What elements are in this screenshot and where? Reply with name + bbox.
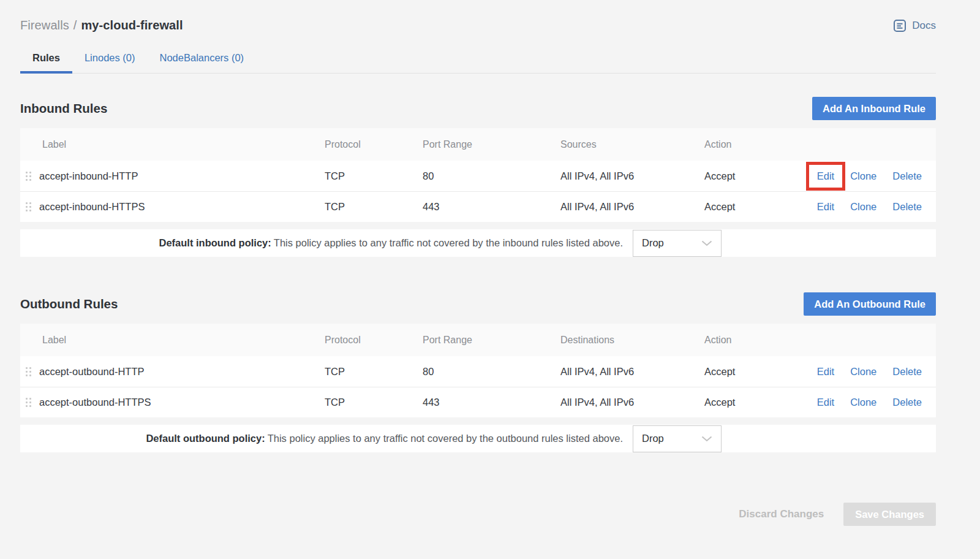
rule-action: Accept [704, 397, 784, 408]
page-title: my-cloud-firewall [81, 18, 183, 32]
column-header-action: Action [704, 139, 784, 150]
chevron-down-icon [701, 240, 712, 246]
annotation-highlight-box: Edit [806, 162, 845, 191]
inbound-policy-description: This policy applies to any traffic not c… [274, 237, 623, 248]
page-container: Firewalls/my-cloud-firewall Docs Rules L… [0, 0, 980, 526]
column-header-destinations: Destinations [560, 335, 704, 346]
inbound-table-header: Label Protocol Port Range Sources Action [20, 128, 936, 161]
rule-protocol: TCP [325, 201, 423, 213]
chevron-down-icon [701, 436, 712, 442]
column-header-action: Action [704, 335, 784, 346]
column-header-protocol: Protocol [325, 139, 423, 150]
inbound-rules-heading: Inbound Rules [20, 101, 107, 116]
inbound-default-policy-row: Default inbound policy:This policy appli… [20, 229, 936, 257]
table-row: accept-outbound-HTTP TCP 80 All IPv4, Al… [20, 356, 936, 387]
edit-link[interactable]: Edit [817, 201, 834, 213]
rule-label: accept-inbound-HTTP [39, 170, 138, 182]
clone-link[interactable]: Clone [850, 201, 876, 213]
rule-addresses: All IPv4, All IPv6 [560, 201, 704, 213]
delete-link[interactable]: Delete [892, 170, 922, 182]
delete-link[interactable]: Delete [892, 397, 922, 408]
column-header-port-range: Port Range [423, 335, 560, 346]
outbound-rules-heading: Outbound Rules [20, 297, 118, 311]
footer-actions: Discard Changes Save Changes [20, 503, 936, 526]
delete-link[interactable]: Delete [892, 201, 922, 213]
document-icon [893, 19, 907, 32]
column-header-port-range: Port Range [423, 139, 560, 150]
inbound-policy-label: Default inbound policy: [159, 237, 271, 248]
rule-protocol: TCP [325, 397, 423, 408]
rule-addresses: All IPv4, All IPv6 [560, 397, 704, 408]
edit-link[interactable]: Edit [817, 397, 834, 408]
outbound-policy-text: Default outbound policy:This policy appl… [146, 433, 623, 444]
inbound-policy-select[interactable]: Drop [633, 230, 722, 257]
rule-port-range: 80 [423, 366, 560, 378]
rule-action: Accept [704, 201, 784, 213]
column-header-label: Label [20, 139, 325, 150]
column-header-sources: Sources [560, 139, 704, 150]
delete-link[interactable]: Delete [892, 366, 922, 378]
rule-label: accept-outbound-HTTPS [39, 397, 151, 408]
edit-link[interactable]: Edit [817, 170, 834, 182]
add-inbound-rule-button[interactable]: Add An Inbound Rule [812, 97, 936, 120]
outbound-policy-selected-value: Drop [642, 433, 664, 444]
drag-handle-icon[interactable] [26, 202, 31, 211]
outbound-default-policy-row: Default outbound policy:This policy appl… [20, 425, 936, 452]
docs-label: Docs [912, 20, 936, 32]
breadcrumb-root[interactable]: Firewalls [20, 18, 69, 32]
rule-action: Accept [704, 170, 784, 182]
rule-label: accept-outbound-HTTP [39, 366, 145, 378]
outbound-policy-label: Default outbound policy: [146, 433, 265, 444]
table-row: accept-inbound-HTTP TCP 80 All IPv4, All… [20, 161, 936, 191]
outbound-section-header: Outbound Rules Add An Outbound Rule [20, 292, 936, 316]
inbound-rules-table: Label Protocol Port Range Sources Action… [20, 128, 936, 222]
docs-link[interactable]: Docs [893, 19, 936, 32]
breadcrumb-separator: / [74, 18, 77, 32]
breadcrumb: Firewalls/my-cloud-firewall [20, 18, 183, 32]
outbound-table-header: Label Protocol Port Range Destinations A… [20, 324, 936, 356]
edit-link[interactable]: Edit [817, 366, 834, 378]
tab-nodebalancers[interactable]: NodeBalancers (0) [148, 46, 257, 73]
rule-label: accept-inbound-HTTPS [39, 201, 145, 213]
rule-addresses: All IPv4, All IPv6 [560, 366, 704, 378]
outbound-policy-select[interactable]: Drop [633, 425, 722, 452]
top-bar: Firewalls/my-cloud-firewall Docs [20, 18, 936, 32]
inbound-section-header: Inbound Rules Add An Inbound Rule [20, 97, 936, 120]
clone-link[interactable]: Clone [850, 366, 876, 378]
column-header-label: Label [20, 335, 325, 346]
drag-handle-icon[interactable] [26, 398, 31, 407]
rule-port-range: 443 [423, 201, 560, 213]
add-outbound-rule-button[interactable]: Add An Outbound Rule [804, 292, 936, 316]
clone-link[interactable]: Clone [850, 170, 876, 182]
rule-protocol: TCP [325, 170, 423, 182]
rule-action: Accept [704, 366, 784, 378]
tab-rules[interactable]: Rules [20, 46, 72, 73]
inbound-policy-selected-value: Drop [642, 237, 664, 249]
save-changes-button[interactable]: Save Changes [843, 503, 936, 526]
tab-bar: Rules Linodes (0) NodeBalancers (0) [20, 46, 936, 74]
drag-handle-icon[interactable] [26, 172, 31, 181]
rule-addresses: All IPv4, All IPv6 [560, 170, 704, 182]
table-row: accept-inbound-HTTPS TCP 443 All IPv4, A… [20, 191, 936, 222]
column-header-protocol: Protocol [325, 335, 423, 346]
drag-handle-icon[interactable] [26, 367, 31, 376]
rule-port-range: 80 [423, 170, 560, 182]
table-row: accept-outbound-HTTPS TCP 443 All IPv4, … [20, 387, 936, 417]
rule-protocol: TCP [325, 366, 423, 378]
clone-link[interactable]: Clone [850, 397, 876, 408]
discard-changes-button[interactable]: Discard Changes [739, 508, 824, 520]
outbound-policy-description: This policy applies to any traffic not c… [268, 433, 623, 444]
outbound-rules-table: Label Protocol Port Range Destinations A… [20, 324, 936, 417]
rule-port-range: 443 [423, 397, 560, 408]
inbound-policy-text: Default inbound policy:This policy appli… [159, 237, 623, 249]
tab-linodes[interactable]: Linodes (0) [72, 46, 148, 73]
